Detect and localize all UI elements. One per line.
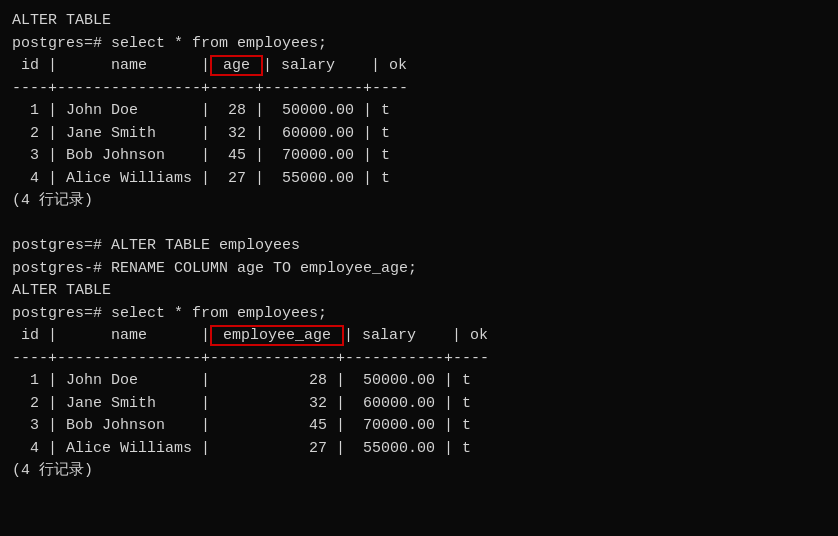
alter-table-top-line: ALTER TABLE [12, 10, 826, 33]
blank-line [12, 213, 826, 236]
separator1-line: ----+----------------+-----+-----------+… [12, 78, 826, 101]
header1-rest: | salary | ok [263, 57, 407, 74]
header2-rest: | salary | ok [344, 327, 488, 344]
header1-line: id | name | age | salary | ok [12, 55, 826, 78]
table1-row4: 4 | Alice Williams | 27 | 55000.00 | t [12, 168, 826, 191]
terminal: ALTER TABLE postgres=# select * from emp… [12, 10, 826, 483]
count1-line: (4 行记录) [12, 190, 826, 213]
table1-row3: 3 | Bob Johnson | 45 | 70000.00 | t [12, 145, 826, 168]
employee-age-highlight: employee_age [210, 325, 344, 346]
query1-line: postgres=# select * from employees; [12, 33, 826, 56]
separator2-line: ----+----------------+--------------+---… [12, 348, 826, 371]
table2-row1: 1 | John Doe | 28 | 50000.00 | t [12, 370, 826, 393]
table2-row2: 2 | Jane Smith | 32 | 60000.00 | t [12, 393, 826, 416]
header2-line: id | name | employee_age | salary | ok [12, 325, 826, 348]
header1-id: id | [12, 57, 57, 74]
table1-row1: 1 | John Doe | 28 | 50000.00 | t [12, 100, 826, 123]
table1-row2: 2 | Jane Smith | 32 | 60000.00 | t [12, 123, 826, 146]
header2-id: id | [12, 327, 57, 344]
table2-row3: 3 | Bob Johnson | 45 | 70000.00 | t [12, 415, 826, 438]
age-highlight: age [210, 55, 263, 76]
alter1-line: postgres=# ALTER TABLE employees [12, 235, 826, 258]
table2-row4: 4 | Alice Williams | 27 | 55000.00 | t [12, 438, 826, 461]
header1-name: name | [57, 57, 210, 74]
alter-result-line: ALTER TABLE [12, 280, 826, 303]
alter2-line: postgres-# RENAME COLUMN age TO employee… [12, 258, 826, 281]
header2-name: name | [57, 327, 210, 344]
count2-line: (4 行记录) [12, 460, 826, 483]
query2-line: postgres=# select * from employees; [12, 303, 826, 326]
